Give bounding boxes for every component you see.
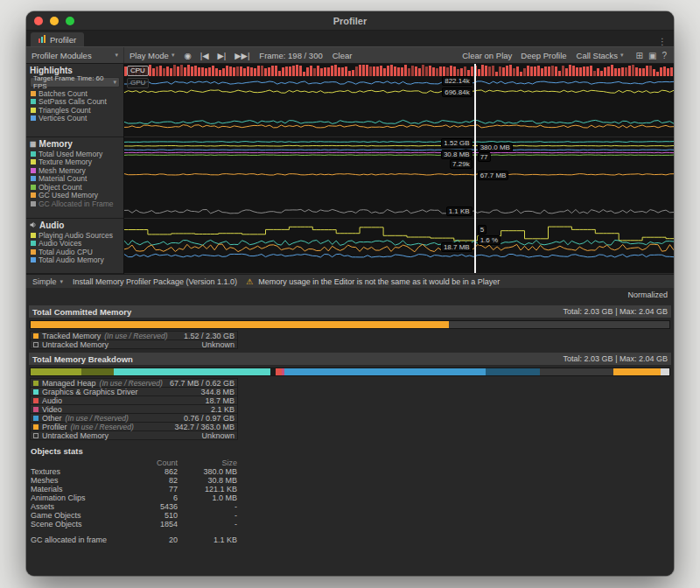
chart-series-item[interactable]: Total Audio CPU (31, 248, 123, 256)
legend-row[interactable]: Untracked Memory Unknown (30, 430, 238, 440)
frame-bar[interactable] (334, 65, 337, 76)
close-window-button[interactable] (34, 17, 43, 25)
frame-bar[interactable] (320, 68, 323, 76)
chart-series-item[interactable]: Batches Count (31, 89, 123, 98)
table-row[interactable]: Textures 862 380.0 MB (29, 467, 671, 476)
profiler-modules-dropdown[interactable]: Profiler Modules▾ (26, 47, 124, 63)
frame-bar[interactable] (663, 66, 666, 76)
frame-bar[interactable] (303, 72, 305, 76)
chart-series-item[interactable]: GC Allocated in Frame (31, 200, 123, 208)
frame-bar[interactable] (254, 68, 256, 76)
chart-series-item[interactable]: Material Count (31, 175, 123, 184)
frame-bar[interactable] (495, 72, 498, 76)
frame-bar[interactable] (149, 65, 151, 76)
clear-button[interactable]: Clear (328, 51, 357, 60)
frame-bar[interactable] (250, 67, 253, 76)
frame-bar[interactable] (464, 66, 466, 76)
module-audio-header[interactable]: Audio (26, 219, 123, 231)
frame-bar[interactable] (282, 67, 284, 76)
next-frame-button[interactable]: ▶| (213, 51, 230, 60)
frame-bar[interactable] (509, 65, 512, 76)
chart-series-item[interactable]: GC Used Memory (31, 192, 123, 200)
zoom-window-button[interactable] (66, 17, 74, 25)
frame-bar[interactable] (506, 66, 508, 76)
frame-bar[interactable] (268, 67, 270, 76)
frame-bar[interactable] (341, 67, 344, 76)
frame-bar[interactable] (607, 66, 610, 76)
frame-bar[interactable] (264, 68, 267, 76)
frame-bar[interactable] (436, 68, 438, 76)
frame-bar[interactable] (597, 68, 599, 77)
frame-bar[interactable] (194, 66, 197, 76)
cpu-frame-bars[interactable] (124, 65, 674, 76)
frame-bar[interactable] (247, 66, 249, 76)
frame-bar[interactable] (628, 66, 631, 76)
frame-bar[interactable] (604, 67, 606, 76)
frame-bar[interactable] (642, 68, 645, 76)
frame-bar[interactable] (649, 66, 652, 76)
frame-bar[interactable] (324, 67, 326, 76)
frame-bar[interactable] (387, 66, 389, 76)
table-row[interactable]: Assets 5436 - (29, 502, 671, 511)
install-package-link[interactable]: Install Memory Profiler Package (Version… (73, 277, 237, 286)
frame-bar[interactable] (198, 67, 200, 76)
prev-frame-button[interactable]: |◀ (196, 51, 214, 60)
chart-series-item[interactable]: Playing Audio Sources (31, 231, 123, 240)
frame-bar[interactable] (541, 68, 543, 76)
frame-bar[interactable] (422, 65, 424, 76)
frame-bar[interactable] (439, 66, 442, 76)
frame-bar[interactable] (492, 66, 494, 76)
frame-bar[interactable] (180, 65, 183, 76)
frame-bar[interactable] (579, 67, 582, 76)
frame-bar[interactable] (478, 69, 480, 76)
frame-bar[interactable] (548, 66, 550, 76)
module-memory-header[interactable]: ▦ Memory (26, 137, 123, 150)
deep-profile-toggle[interactable]: Deep Profile (516, 51, 570, 60)
frame-bar[interactable] (285, 66, 288, 76)
tab-context-menu-icon[interactable]: ⋮ (651, 37, 674, 46)
frame-bar[interactable] (390, 65, 393, 76)
frame-bar[interactable] (156, 66, 158, 76)
frame-bar[interactable] (243, 68, 246, 76)
committed-memory-bar[interactable] (30, 320, 670, 329)
frame-bar[interactable] (362, 65, 365, 76)
frame-bar[interactable] (467, 70, 470, 76)
frame-bar[interactable] (289, 66, 291, 76)
frame-bar[interactable] (513, 68, 515, 76)
module-memory[interactable]: ▦ Memory Total Used Memory Texture Memor… (26, 137, 123, 219)
frame-bar[interactable] (530, 66, 533, 76)
frame-bar[interactable] (453, 66, 456, 76)
frame-bar[interactable] (639, 68, 641, 76)
last-frame-button[interactable]: ▶▶| (230, 51, 254, 60)
frame-bar[interactable] (170, 68, 172, 76)
frame-bar[interactable] (184, 67, 186, 76)
chart-series-item[interactable]: Audio Voices (31, 240, 123, 248)
call-stacks-dropdown[interactable]: Call Stacks▾ (571, 51, 629, 60)
frame-bar[interactable] (653, 69, 655, 76)
frame-bar[interactable] (173, 65, 176, 76)
frame-bar[interactable] (394, 66, 396, 76)
frame-bar[interactable] (443, 66, 445, 76)
frame-bar[interactable] (618, 68, 620, 76)
frame-bar[interactable] (376, 66, 379, 76)
frame-bar[interactable] (614, 68, 617, 76)
frame-bar[interactable] (555, 66, 557, 76)
frame-bar[interactable] (338, 67, 340, 76)
frame-bar[interactable] (411, 66, 414, 76)
frame-bar[interactable] (593, 71, 596, 76)
chart-series-item[interactable]: Triangles Count (31, 106, 123, 115)
frame-bar[interactable] (187, 65, 190, 76)
frame-bar[interactable] (404, 65, 407, 76)
frame-bar[interactable] (208, 67, 211, 76)
selected-frame-line[interactable] (474, 64, 476, 273)
frame-bar[interactable] (460, 68, 463, 76)
frame-bar[interactable] (348, 71, 351, 76)
normalized-toggle[interactable]: Normalized (627, 290, 668, 299)
frame-bar[interactable] (471, 66, 473, 76)
frame-bar[interactable] (565, 68, 568, 76)
legend-row[interactable]: Untracked Memory Unknown (30, 340, 238, 349)
frame-bar[interactable] (425, 66, 428, 76)
chart-series-item[interactable]: Total Audio Memory (31, 256, 123, 265)
frame-bar[interactable] (366, 65, 368, 76)
frame-bar[interactable] (499, 66, 501, 76)
